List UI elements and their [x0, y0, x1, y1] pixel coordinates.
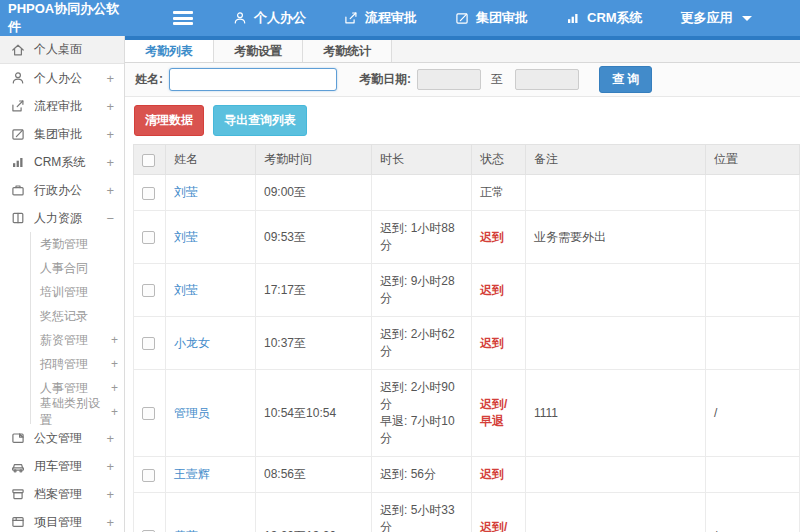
row-checkbox[interactable]: [142, 231, 155, 244]
name-cell: 黄蓉: [166, 493, 256, 532]
sidebar-subitem-label: 培训管理: [40, 284, 88, 301]
sidebar: 个人桌面个人办公+流程审批+集团审批+CRM系统+行政办公+人力资源−考勤管理人…: [0, 36, 125, 532]
duration-line: 早退: 7小时10分: [380, 413, 463, 447]
expand-sign-icon: +: [106, 71, 114, 86]
date-field-label: 考勤日期:: [359, 71, 411, 88]
topnav-label: 个人办公: [254, 9, 306, 27]
table-body: 刘莹09:00至正常刘莹09:53至迟到: 1小时88分迟到业务需要外出刘莹17…: [134, 175, 800, 532]
date-from-input[interactable]: [417, 69, 481, 90]
location-cell: [706, 175, 800, 211]
archive-icon: [11, 487, 25, 501]
select-all-checkbox[interactable]: [142, 154, 155, 167]
topnav-item-group-approval[interactable]: 集团审批: [441, 0, 542, 36]
table-row: 刘莹09:00至正常: [134, 175, 800, 211]
sidebar-subitem-attendance-management[interactable]: 考勤管理: [31, 232, 124, 256]
status-badge: 迟到/早退: [480, 520, 507, 532]
row-checkbox[interactable]: [142, 284, 155, 297]
name-cell: 刘莹: [166, 211, 256, 264]
tab-attendance-settings[interactable]: 考勤设置: [214, 40, 303, 62]
row-checkbox[interactable]: [142, 469, 155, 482]
time-cell: 13:20至13:20: [256, 493, 372, 532]
sidebar-item-vehicle-management[interactable]: 用车管理+: [0, 452, 124, 480]
topnav-label: 更多应用: [681, 9, 733, 27]
topnav-item-crm-system[interactable]: CRM系统: [552, 0, 657, 36]
time-cell: 17:17至: [256, 264, 372, 317]
employee-name-link[interactable]: 刘莹: [174, 185, 198, 199]
row-checkbox-cell: [134, 493, 166, 532]
menu-toggle-icon[interactable]: [173, 11, 193, 25]
expand-sign-icon: +: [106, 431, 114, 446]
sidebar-subitem-label: 人事管理: [40, 380, 88, 397]
select-all-header-cell: [134, 145, 166, 175]
employee-name-link[interactable]: 小龙女: [174, 336, 210, 350]
status-cell: 迟到: [472, 317, 526, 370]
employee-name-link[interactable]: 黄蓉: [174, 529, 198, 532]
sidebar-item-personal-desktop[interactable]: 个人桌面: [0, 36, 124, 64]
employee-name-link[interactable]: 管理员: [174, 406, 210, 420]
search-button[interactable]: 查 询: [599, 66, 652, 93]
table-actions-bar: 清理数据 导出查询列表: [125, 97, 800, 144]
date-to-input[interactable]: [515, 69, 579, 90]
row-checkbox[interactable]: [142, 407, 155, 420]
edit-icon: [11, 127, 25, 141]
column-header: 位置: [706, 145, 800, 175]
sidebar-item-human-resources[interactable]: 人力资源−: [0, 204, 124, 232]
duration-line: 迟到: 2小时62分: [380, 326, 463, 360]
sidebar-item-project-management[interactable]: 项目管理+: [0, 508, 124, 532]
sidebar-item-process-approval[interactable]: 流程审批+: [0, 92, 124, 120]
expand-sign-icon: −: [106, 211, 114, 226]
name-search-input[interactable]: [169, 68, 337, 91]
time-cell: 08:56至: [256, 457, 372, 493]
sidebar-item-personal-office[interactable]: 个人办公+: [0, 64, 124, 92]
sidebar-subitem-base-category-settings[interactable]: 基础类别设置+: [31, 400, 124, 424]
attendance-table-wrap: 姓名考勤时间时长状态备注位置 刘莹09:00至正常刘莹09:53至迟到: 1小时…: [133, 144, 800, 532]
sidebar-item-crm-system[interactable]: CRM系统+: [0, 148, 124, 176]
project-icon: [11, 515, 25, 529]
remark-cell: [526, 493, 706, 532]
row-checkbox[interactable]: [142, 337, 155, 350]
sidebar-subitem-reward-punishment[interactable]: 奖惩记录: [31, 304, 124, 328]
duration-cell: 迟到: 9小时28分: [372, 264, 472, 317]
row-checkbox-cell: [134, 175, 166, 211]
topnav-label: 流程审批: [365, 9, 417, 27]
topnav-label: 集团审批: [476, 9, 528, 27]
status-cell: 迟到/早退: [472, 493, 526, 532]
export-list-button[interactable]: 导出查询列表: [213, 105, 307, 136]
topnav-item-process-approval[interactable]: 流程审批: [330, 0, 431, 36]
location-cell: [706, 317, 800, 370]
row-checkbox[interactable]: [142, 187, 155, 200]
expand-sign-icon: +: [106, 515, 114, 530]
sidebar-subitem-training-management[interactable]: 培训管理: [31, 280, 124, 304]
time-cell: 09:00至: [256, 175, 372, 211]
time-cell: 10:37至: [256, 317, 372, 370]
expand-sign-icon: +: [111, 405, 118, 419]
clean-data-button[interactable]: 清理数据: [134, 105, 204, 136]
column-header: 考勤时间: [256, 145, 372, 175]
location-cell: [706, 457, 800, 493]
expand-sign-icon: +: [106, 459, 114, 474]
expand-sign-icon: +: [106, 183, 114, 198]
sidebar-subitem-recruit-management[interactable]: 招聘管理+: [31, 352, 124, 376]
duration-cell: 迟到: 2小时90分早退: 7小时10分: [372, 370, 472, 457]
sidebar-subitem-salary-management[interactable]: 薪资管理+: [31, 328, 124, 352]
employee-name-link[interactable]: 王壹辉: [174, 467, 210, 481]
column-header: 状态: [472, 145, 526, 175]
sidebar-item-admin-office[interactable]: 行政办公+: [0, 176, 124, 204]
tab-attendance-statistics[interactable]: 考勤统计: [303, 40, 392, 62]
sidebar-item-group-approval[interactable]: 集团审批+: [0, 120, 124, 148]
expand-sign-icon: +: [111, 381, 118, 395]
sidebar-item-archive-management[interactable]: 档案管理+: [0, 480, 124, 508]
column-header: 姓名: [166, 145, 256, 175]
employee-name-link[interactable]: 刘莹: [174, 283, 198, 297]
name-cell: 小龙女: [166, 317, 256, 370]
remark-cell: [526, 264, 706, 317]
sidebar-item-label: 档案管理: [34, 486, 82, 503]
sidebar-subitem-label: 基础类别设置: [40, 395, 111, 429]
topnav-item-more-apps[interactable]: 更多应用: [667, 0, 766, 36]
topnav-item-personal-office[interactable]: 个人办公: [219, 0, 320, 36]
tab-attendance-list[interactable]: 考勤列表: [125, 40, 214, 62]
sidebar-subitem-hr-contract[interactable]: 人事合同: [31, 256, 124, 280]
name-cell: 刘莹: [166, 264, 256, 317]
employee-name-link[interactable]: 刘莹: [174, 230, 198, 244]
remark-cell: 业务需要外出: [526, 211, 706, 264]
